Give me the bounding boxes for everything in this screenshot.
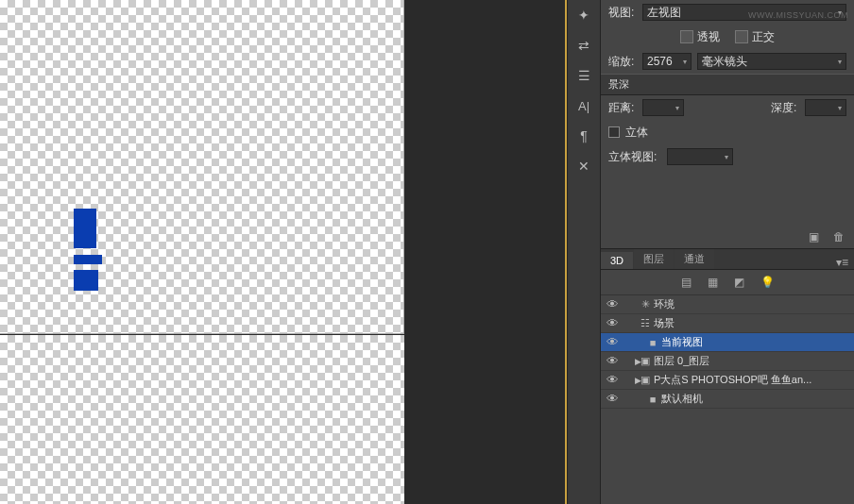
view-label: 视图: [608, 5, 637, 21]
layer-label: P大点S PHOTOSHOP吧 鱼鱼an... [654, 373, 811, 387]
mesh-part-3[interactable] [74, 270, 98, 291]
filter-scene-icon[interactable]: ▤ [681, 276, 694, 289]
view-value: 左视图 [647, 5, 681, 21]
cube-icon [680, 30, 693, 43]
brush-tool-icon[interactable]: ✦ [571, 4, 597, 26]
canvas-gutter [404, 0, 567, 504]
properties-panel: 视图: 左视图 ▾ WWW.MISSYUAN.COM 透视 正交 缩放: 257… [601, 0, 854, 249]
paragraph-tool-icon[interactable]: ¶ [571, 125, 597, 147]
mesh-part-1[interactable] [74, 209, 96, 248]
canvas-area[interactable] [0, 0, 567, 504]
layer-row[interactable]: 👁▶▣P大点S PHOTOSHOP吧 鱼鱼an... [601, 371, 854, 390]
visibility-eye-icon[interactable]: 👁 [601, 373, 623, 387]
layer-list: 👁✳环境👁☷场景👁■当前视图👁▶▣图层 0_图层👁▶▣P大点S PHOTOSHO… [601, 295, 854, 504]
zoom-label: 缩放: [608, 54, 637, 70]
layer-row[interactable]: 👁☷场景 [601, 314, 854, 333]
layer-toolbar: ▤ ▦ ◩ 💡 [601, 270, 854, 295]
expand-toggle[interactable]: ▶ [623, 376, 637, 385]
layer-type-icon: ✳ [637, 298, 654, 311]
chevron-down-icon: ▾ [725, 153, 728, 161]
layer-row[interactable]: 👁✳环境 [601, 295, 854, 314]
canvas-lower[interactable] [0, 335, 404, 504]
filter-light-icon[interactable]: 💡 [760, 276, 774, 289]
filter-material-icon[interactable]: ◩ [734, 276, 747, 289]
tab-channels[interactable]: 通道 [675, 249, 714, 269]
cube-icon [735, 30, 748, 43]
visibility-eye-icon[interactable]: 👁 [601, 316, 623, 330]
watermark-text: WWW.MISSYUAN.COM [748, 10, 848, 20]
layer-label: 当前视图 [661, 335, 703, 349]
visibility-eye-icon[interactable]: 👁 [601, 335, 623, 349]
layer-type-icon: ☷ [637, 317, 654, 329]
chevron-down-icon: ▾ [683, 58, 687, 66]
visibility-eye-icon[interactable]: 👁 [601, 297, 623, 311]
panel-menu-icon[interactable]: ▾≡ [830, 256, 854, 269]
vertical-toolbar: ✦ ⇄ ☰ A| ¶ ✕ [567, 0, 601, 504]
dof-section-header: 景深 [601, 74, 854, 95]
layer-row[interactable]: 👁▶▣图层 0_图层 [601, 352, 854, 371]
panel-tabs: 3D 图层 通道 ▾≡ [601, 249, 854, 270]
layer-type-icon: ■ [644, 337, 661, 348]
layer-type-icon: ■ [644, 394, 661, 405]
visibility-eye-icon[interactable]: 👁 [601, 392, 623, 406]
layer-label: 图层 0_图层 [654, 354, 709, 368]
tab-layers[interactable]: 图层 [634, 249, 674, 269]
text-tool-icon[interactable]: A| [571, 94, 597, 117]
depth-label: 深度: [771, 100, 799, 116]
mesh-part-2[interactable] [74, 255, 102, 264]
stereo-view-dropdown[interactable]: ▾ [667, 148, 733, 165]
layer-type-icon: ▣ [637, 355, 654, 367]
distance-input[interactable]: ▾ [642, 99, 684, 116]
layer-type-icon: ▣ [637, 374, 654, 386]
visibility-eye-icon[interactable]: 👁 [601, 354, 623, 368]
tab-3d[interactable]: 3D [601, 252, 633, 269]
expand-toggle[interactable]: ▶ [623, 357, 637, 366]
trash-icon[interactable]: 🗑 [833, 230, 846, 244]
canvas-upper[interactable] [0, 0, 404, 334]
orthographic-button[interactable]: 正交 [735, 29, 775, 45]
stereo-label: 立体 [625, 125, 654, 141]
stereo-checkbox[interactable] [608, 126, 620, 138]
chevron-down-icon: ▾ [675, 104, 679, 112]
layer-label: 场景 [654, 316, 675, 330]
distance-label: 距离: [608, 100, 637, 116]
list-tool-icon[interactable]: ☰ [571, 64, 597, 87]
layer-row[interactable]: 👁■默认相机 [601, 390, 854, 409]
layer-row[interactable]: 👁■当前视图 [601, 333, 854, 352]
render-icon[interactable]: ▣ [809, 230, 822, 244]
chevron-down-icon: ▾ [838, 104, 842, 112]
filter-mesh-icon[interactable]: ▦ [708, 276, 721, 289]
wrench-tool-icon[interactable]: ✕ [571, 155, 597, 177]
perspective-button[interactable]: 透视 [680, 29, 720, 45]
lens-dropdown[interactable]: 毫米镜头▾ [697, 53, 846, 70]
chevron-down-icon: ▾ [838, 58, 842, 66]
layer-label: 环境 [654, 297, 675, 311]
depth-input[interactable]: ▾ [805, 99, 846, 116]
stereo-view-label: 立体视图: [608, 149, 661, 165]
adjust-tool-icon[interactable]: ⇄ [571, 34, 597, 57]
zoom-value-input[interactable]: 2576▾ [642, 53, 692, 70]
layer-label: 默认相机 [661, 392, 703, 406]
